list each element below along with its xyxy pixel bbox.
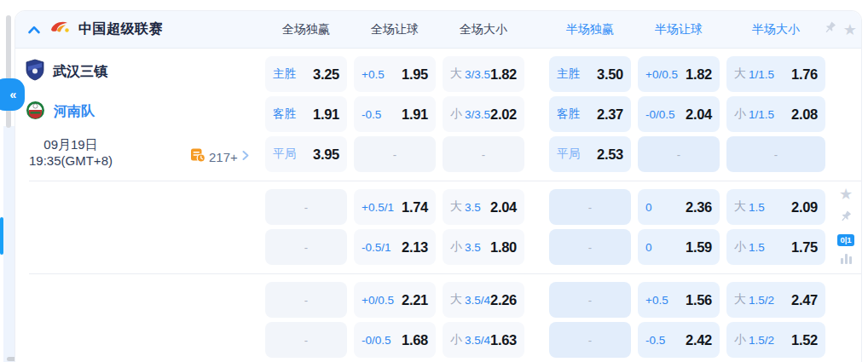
- odds-cell[interactable]: -0.52.42: [638, 322, 720, 358]
- odds-cell-empty: -: [265, 229, 347, 265]
- odds-group-3: -+0/0.52.21大3.5/42.26-+0.51.56大1.5/22.47…: [15, 274, 861, 362]
- pin-icon[interactable]: [823, 20, 837, 38]
- chevron-up-icon[interactable]: [27, 25, 41, 35]
- odds-cell[interactable]: 主胜3.25: [265, 56, 347, 92]
- away-team-row[interactable]: 河南队: [26, 94, 95, 129]
- side-tool-rail: ★ 0|1: [835, 187, 857, 264]
- odds-cell-empty: -: [549, 189, 631, 225]
- odds-cell[interactable]: 大3/3.51.82: [443, 56, 524, 92]
- away-team-name[interactable]: 河南队: [54, 103, 95, 121]
- odds-cell-empty: -: [265, 189, 347, 225]
- markets-count: 217+: [209, 150, 238, 164]
- odds-format-toggle[interactable]: 0|1: [837, 234, 854, 246]
- favorite-star-icon[interactable]: ★: [843, 22, 857, 37]
- odds-cell-empty: -: [354, 136, 436, 172]
- odds-cell[interactable]: 客胜1.91: [265, 96, 347, 132]
- odds-cell[interactable]: 小1.5/21.52: [726, 322, 825, 358]
- match-date: 09月19日: [20, 136, 121, 152]
- favorite-star-icon[interactable]: ★: [839, 187, 853, 202]
- markets-count-icon: [190, 147, 205, 166]
- odds-row: --0/0.51.68小3.5/41.63--0.52.42小1.5/21.52: [265, 322, 861, 358]
- market-column-headers: 全场独赢全场让球全场大小半场独赢半场让球半场大小: [265, 11, 832, 48]
- odds-cell-empty: -: [726, 136, 825, 172]
- odds-cell[interactable]: +0.51.56: [638, 282, 720, 318]
- collapse-panel-tab[interactable]: «: [0, 78, 25, 111]
- odds-cell-empty: -: [443, 136, 524, 172]
- odds-cell[interactable]: -0.5/12.13: [354, 229, 436, 265]
- odds-cell[interactable]: 主胜3.50: [549, 56, 631, 92]
- header-actions: ★: [823, 20, 857, 38]
- odds-cell[interactable]: +0.51.95: [354, 56, 436, 92]
- match-time-zone: 19:35(GMT+8): [20, 152, 121, 169]
- odds-row: -+0/0.52.21大3.5/42.26-+0.51.56大1.5/22.47: [265, 282, 861, 318]
- odds-cell[interactable]: 客胜2.37: [549, 96, 631, 132]
- odds-cell-empty: -: [265, 322, 347, 358]
- stats-chart-icon[interactable]: [841, 254, 852, 264]
- odds-group-1: 主胜3.25+0.51.95大3/3.51.82主胜3.50+0/0.51.82…: [15, 49, 861, 181]
- odds-cell-empty: -: [549, 282, 631, 318]
- odds-grid: 主胜3.25+0.51.95大3/3.51.82主胜3.50+0/0.51.82…: [15, 49, 861, 362]
- odds-cell[interactable]: 大1.5/22.47: [726, 282, 825, 318]
- odds-cell[interactable]: 小1.51.75: [726, 229, 825, 265]
- league-odds-card: 中国超级联赛 全场独赢全场让球全场大小半场独赢半场让球半场大小 ★ 主胜3.25…: [14, 10, 862, 362]
- column-header-fulltime-1x2[interactable]: 全场独赢: [265, 22, 347, 37]
- odds-cell[interactable]: 平局3.95: [265, 136, 347, 172]
- odds-cell-empty: -: [265, 282, 347, 318]
- odds-cell[interactable]: 小3/3.52.02: [443, 96, 524, 132]
- column-header-halftime-1x2[interactable]: 半场独赢: [549, 22, 631, 37]
- odds-cell[interactable]: +0/0.51.82: [638, 56, 720, 92]
- odds-row: -+0.5/11.74大3.52.04-02.36大1.52.09: [265, 189, 861, 225]
- odds-cell[interactable]: +0.5/11.74: [354, 189, 436, 225]
- column-header-halftime-handicap[interactable]: 半场让球: [638, 22, 720, 37]
- home-team-row[interactable]: 武汉三镇: [26, 54, 107, 89]
- odds-cell[interactable]: +0/0.52.21: [354, 282, 436, 318]
- column-header-fulltime-over-under[interactable]: 全场大小: [443, 22, 524, 37]
- collapse-left-icon: «: [10, 88, 17, 101]
- odds-row: 客胜1.91-0.51.91小3/3.52.02客胜2.37-0/0.52.04…: [265, 96, 861, 132]
- odds-cell[interactable]: 平局2.53: [549, 136, 631, 172]
- odds-cell[interactable]: 大3.5/42.26: [443, 282, 524, 318]
- match-datetime: 09月19日 19:35(GMT+8): [20, 136, 121, 169]
- league-header-left: 中国超级联赛: [15, 20, 265, 39]
- odds-cell[interactable]: -0/0.51.68: [354, 322, 436, 358]
- odds-cell[interactable]: 小1/1.52.08: [726, 96, 825, 132]
- home-team-logo: [26, 59, 44, 84]
- odds-group-2: -+0.5/11.74大3.52.04-02.36大1.52.09--0.5/1…: [15, 181, 861, 273]
- odds-cell-empty: -: [549, 229, 631, 265]
- home-team-name[interactable]: 武汉三镇: [53, 63, 107, 81]
- odds-cell[interactable]: -0/0.52.04: [638, 96, 720, 132]
- odds-row: --0.5/12.13小3.51.80-01.59小1.51.75: [265, 229, 861, 265]
- vertical-scrollbar-thumb[interactable]: [6, 15, 11, 128]
- odds-cell-empty: -: [638, 136, 720, 172]
- odds-cell[interactable]: 大3.52.04: [443, 189, 524, 225]
- odds-cell[interactable]: 大1/1.51.76: [726, 56, 825, 92]
- away-team-logo: [26, 101, 45, 124]
- column-header-halftime-over-under[interactable]: 半场大小: [726, 22, 825, 37]
- odds-row: 平局3.95--平局2.53--: [265, 136, 861, 172]
- league-header-row: 中国超级联赛 全场独赢全场让球全场大小半场独赢半场让球半场大小 ★: [15, 11, 861, 49]
- pin-icon[interactable]: [839, 210, 853, 227]
- odds-cell[interactable]: 小3.51.80: [443, 229, 524, 265]
- odds-cell[interactable]: 01.59: [638, 229, 720, 265]
- left-accent-scrollbar[interactable]: [0, 217, 3, 255]
- league-title: 中国超级联赛: [78, 20, 163, 38]
- odds-cell[interactable]: 大1.52.09: [726, 189, 825, 225]
- odds-row: 主胜3.25+0.51.95大3/3.51.82主胜3.50+0/0.51.82…: [265, 56, 861, 92]
- odds-cell[interactable]: 02.36: [638, 189, 720, 225]
- chevron-right-icon: [241, 149, 250, 164]
- odds-cell[interactable]: -0.51.91: [354, 96, 436, 132]
- left-panel-strip: [3, 126, 14, 362]
- more-markets-link[interactable]: 217+: [190, 147, 250, 166]
- odds-cell-empty: -: [549, 322, 631, 358]
- league-logo-icon: [49, 20, 71, 39]
- column-header-fulltime-handicap[interactable]: 全场让球: [354, 22, 436, 37]
- odds-cell[interactable]: 小3.5/41.63: [443, 322, 524, 358]
